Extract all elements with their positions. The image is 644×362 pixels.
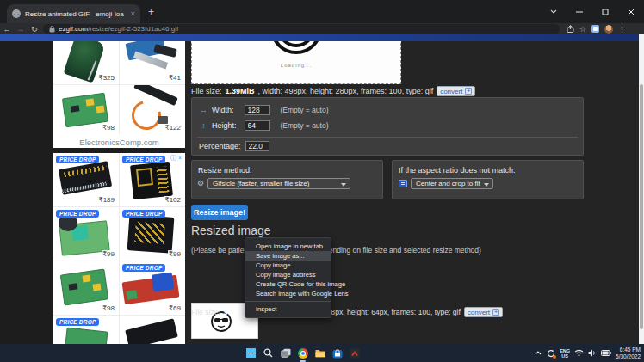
reload-icon[interactable]: ↻ bbox=[28, 25, 41, 34]
menu-item-copy-image[interactable]: Copy image bbox=[245, 261, 331, 270]
armoury-crate-button[interactable] bbox=[349, 347, 360, 359]
menu-item-open-image[interactable]: Open image in new tab bbox=[245, 242, 331, 251]
resize-button-label: Resize image! bbox=[194, 208, 245, 217]
clock-time: 6:45 PM bbox=[616, 347, 641, 353]
menu-item-copy-image-address[interactable]: Copy image address bbox=[245, 270, 331, 279]
convert-label: convert bbox=[440, 88, 462, 95]
resize-method-value: Gifsicle (faster, smaller file size) bbox=[213, 180, 309, 187]
ad-unit-2[interactable]: ⓘ× PRICE DROP ₹189 PRICE DROP ₹102 bbox=[53, 153, 185, 344]
price-drop-badge: PRICE DROP bbox=[56, 156, 99, 163]
taskbar-chrome-button[interactable] bbox=[297, 347, 308, 359]
url-domain: ezgif.com bbox=[59, 25, 88, 33]
price-drop-badge: PRICE DROP bbox=[122, 210, 165, 218]
crop-mode-icon bbox=[399, 180, 407, 187]
speaker-icon[interactable] bbox=[588, 349, 597, 357]
ad2-product-8[interactable] bbox=[120, 316, 185, 344]
result-heading: Resized image bbox=[191, 224, 271, 237]
share-icon[interactable] bbox=[567, 25, 574, 33]
tray-chevron-icon[interactable] bbox=[535, 351, 542, 355]
product-price: ₹325 bbox=[98, 74, 115, 82]
height-label: Height: bbox=[212, 121, 237, 130]
language-top: ENG bbox=[560, 348, 570, 353]
original-image-preview[interactable]: Loading... bbox=[191, 34, 401, 84]
ad-unit-1[interactable]: ₹325 ₹41 ₹98 bbox=[53, 34, 185, 148]
system-tray: ENG US 6:45 PM 5/30/2022 bbox=[535, 344, 641, 362]
product-price: ₹41 bbox=[168, 74, 182, 82]
microsoft-store-button[interactable] bbox=[331, 347, 343, 359]
convert-plus-icon: + bbox=[465, 88, 472, 95]
update-sync-icon[interactable] bbox=[546, 348, 555, 358]
aspect-ratio-panel: If the aspect ratio does not match: Cent… bbox=[392, 160, 584, 199]
menu-item-create-qr-code[interactable]: Create QR Code for this image bbox=[245, 279, 331, 289]
bookmark-star-icon[interactable]: ☆ bbox=[579, 25, 586, 34]
close-window-button[interactable] bbox=[618, 0, 644, 23]
original-file-info: File size: 1.39MiB , width: 498px, heigh… bbox=[191, 85, 475, 97]
file-explorer-button[interactable] bbox=[314, 347, 325, 359]
ad2-product-3[interactable]: PRICE DROP ₹99 bbox=[53, 207, 119, 261]
width-input[interactable] bbox=[245, 105, 270, 115]
minimize-button[interactable] bbox=[567, 0, 592, 23]
convert-button[interactable]: convert + bbox=[464, 307, 503, 317]
extension-icon[interactable] bbox=[591, 25, 599, 33]
clock-date: 5/30/2022 bbox=[616, 353, 641, 360]
language-indicator[interactable]: ENG US bbox=[560, 348, 570, 359]
file-info-rest: , width: 498px, height: 280px, frames: 1… bbox=[258, 87, 434, 95]
ad2-product-4[interactable]: PRICE DROP ₹99 bbox=[120, 207, 185, 261]
file-info-label: File size: bbox=[191, 308, 220, 316]
ad1-product-1[interactable]: ₹325 bbox=[53, 34, 119, 84]
context-menu: Open image in new tab Save image as... C… bbox=[245, 237, 331, 318]
ad1-product-2[interactable]: ₹41 bbox=[120, 34, 185, 84]
browser-tab[interactable]: Resize animated GIF - emoji-loa × bbox=[7, 4, 140, 23]
convert-label: convert bbox=[468, 309, 490, 316]
tab-search-button[interactable] bbox=[541, 0, 567, 23]
resize-method-panel: Resize method: ⚙ Gifsicle (faster, small… bbox=[191, 160, 383, 199]
ad2-product-1[interactable]: PRICE DROP ₹189 bbox=[53, 153, 119, 206]
convert-button[interactable]: convert + bbox=[437, 86, 475, 96]
percentage-input[interactable] bbox=[245, 141, 269, 151]
taskbar-clock[interactable]: 6:45 PM 5/30/2022 bbox=[616, 347, 641, 360]
height-arrow-icon: ↕ bbox=[199, 121, 208, 130]
tab-close-icon[interactable]: × bbox=[131, 10, 135, 18]
ad-info-icon[interactable]: ⓘ bbox=[170, 155, 178, 161]
gear-icon: ⚙ bbox=[197, 179, 204, 187]
product-price: ₹98 bbox=[102, 304, 115, 312]
task-view-button[interactable] bbox=[280, 347, 291, 359]
ad1-product-4[interactable]: ₹122 bbox=[120, 85, 185, 135]
menu-item-search-google-lens[interactable]: Search image with Google Lens bbox=[245, 289, 331, 298]
url-text: ezgif.com/resize/ezgif-2-523fd1ac46.gif bbox=[59, 25, 178, 33]
file-info-label: File size: bbox=[191, 87, 222, 95]
menu-item-inspect[interactable]: Inspect bbox=[245, 304, 331, 314]
ad2-product-6[interactable]: PRICE DROP ₹69 bbox=[120, 261, 185, 315]
loading-text: Loading... bbox=[192, 63, 400, 68]
window-controls bbox=[541, 0, 644, 23]
product-price: ₹189 bbox=[98, 196, 115, 204]
ad-controls[interactable]: ⓘ× bbox=[170, 154, 183, 163]
scrollbar-thumb[interactable] bbox=[640, 84, 643, 329]
page-content: ₹325 ₹41 ₹98 bbox=[0, 34, 644, 344]
ad2-product-5[interactable]: ₹98 bbox=[53, 261, 119, 315]
taskbar-search-button[interactable] bbox=[263, 347, 274, 359]
height-hint: (Empty = auto) bbox=[281, 121, 329, 130]
browser-menu-icon[interactable]: ⋮ bbox=[618, 25, 626, 34]
battery-icon[interactable] bbox=[601, 350, 611, 356]
price-drop-badge: PRICE DROP bbox=[56, 210, 99, 218]
wifi-icon[interactable] bbox=[574, 349, 584, 357]
aspect-select[interactable]: Center and crop to fit bbox=[411, 178, 493, 189]
ad1-product-3[interactable]: ₹98 bbox=[53, 85, 119, 135]
maximize-button[interactable] bbox=[592, 0, 618, 23]
new-tab-button[interactable]: + bbox=[148, 6, 154, 18]
ad-close-icon[interactable]: × bbox=[178, 155, 183, 161]
address-bar[interactable]: ezgif.com/resize/ezgif-2-523fd1ac46.gif bbox=[43, 24, 560, 34]
height-input[interactable] bbox=[245, 120, 270, 131]
resize-image-button[interactable]: Resize image! bbox=[191, 205, 248, 220]
notification-dot bbox=[553, 355, 556, 359]
back-icon[interactable]: ← bbox=[0, 25, 14, 34]
menu-item-save-image-as[interactable]: Save image as... bbox=[245, 251, 331, 261]
resize-method-select[interactable]: Gifsicle (faster, smaller file size) bbox=[207, 178, 350, 189]
ad2-product-7[interactable]: PRICE DROP bbox=[53, 316, 119, 344]
price-drop-badge: PRICE DROP bbox=[56, 318, 99, 326]
start-button[interactable] bbox=[245, 347, 257, 359]
profile-avatar[interactable] bbox=[604, 25, 613, 34]
forward-icon[interactable]: → bbox=[14, 25, 28, 34]
ad1-advertiser[interactable]: ElectronicsComp.com bbox=[53, 134, 185, 147]
